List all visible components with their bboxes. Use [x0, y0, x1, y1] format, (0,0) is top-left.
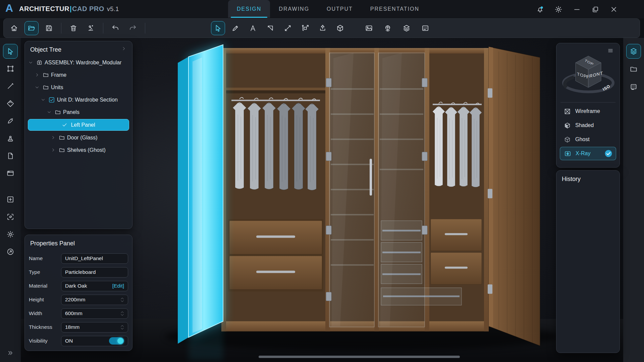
measure-tool-button[interactable]	[281, 21, 295, 35]
chevron-down-icon[interactable]	[47, 110, 52, 114]
draw-tool-button[interactable]	[228, 21, 243, 35]
chevron-right-icon[interactable]	[51, 135, 56, 140]
folder-icon	[58, 147, 65, 153]
stepper-arrows[interactable]	[120, 325, 124, 330]
folder-icon	[42, 84, 49, 90]
rail-file-button[interactable]	[3, 148, 18, 163]
solid-tool-button[interactable]	[333, 21, 347, 35]
panel-grid-icon	[421, 24, 429, 32]
right-tool-rail	[623, 38, 644, 362]
tree-item-door-glass[interactable]: Door (Glass)	[25, 131, 132, 144]
save-icon	[45, 24, 53, 32]
chevron-right-icon	[121, 46, 126, 51]
rail-focus-button[interactable]	[3, 209, 18, 224]
text-tool-button[interactable]	[246, 21, 260, 35]
pencil-icon	[231, 24, 239, 32]
folder-icon	[630, 65, 638, 73]
trash-icon	[69, 24, 77, 32]
extrude-tool-button[interactable]	[316, 21, 330, 35]
view-mode-ghost[interactable]: Ghost	[560, 133, 616, 146]
properties-panel: Properties Panel Name UnitD_LeftPanel Ty…	[24, 235, 132, 351]
rail-layers-button[interactable]	[626, 44, 641, 59]
view-mode-label: Shaded	[575, 122, 594, 128]
toolbar-view-group	[362, 21, 432, 35]
tree-item-label: Frame	[51, 72, 66, 78]
tree-item-left-panel-selected[interactable]: Left Panel	[28, 119, 129, 131]
rail-mannequin-button[interactable]	[3, 131, 18, 146]
tab-design[interactable]: DESIGN	[228, 0, 270, 18]
field-value: 18mm	[65, 324, 79, 330]
layers-tool-button[interactable]	[399, 21, 414, 35]
image-tool-button[interactable]	[362, 21, 376, 35]
close-button[interactable]	[609, 5, 619, 14]
open-project-button[interactable]	[24, 21, 39, 35]
stepper-arrows[interactable]	[120, 297, 124, 302]
visibility-toggle[interactable]	[109, 337, 124, 345]
panel-menu-button[interactable]	[605, 47, 615, 55]
rail-ruler-button[interactable]	[3, 96, 18, 111]
panel-grid-button[interactable]	[418, 21, 432, 35]
rail-line-button[interactable]	[3, 79, 18, 94]
survey-tool-button[interactable]	[84, 21, 98, 35]
undo-button[interactable]	[108, 21, 122, 35]
rail-window-button[interactable]	[3, 166, 18, 181]
rail-select-button[interactable]	[3, 44, 18, 59]
save-button[interactable]	[42, 21, 56, 35]
settings-button[interactable]	[554, 5, 563, 14]
tree-item-units[interactable]: Units	[25, 81, 132, 94]
selected-check-icon	[604, 149, 612, 158]
rail-marquee-button[interactable]	[3, 61, 18, 76]
name-field[interactable]: UnitD_LeftPanel	[61, 253, 128, 264]
collapse-panel-button[interactable]	[119, 46, 128, 52]
material-field[interactable]: Dark Oak [Edit]	[61, 281, 128, 291]
layers-icon	[402, 24, 411, 32]
transform-tool-button[interactable]	[298, 21, 312, 35]
width-stepper[interactable]: 600mm	[61, 308, 128, 319]
chevron-right-icon[interactable]	[51, 148, 56, 152]
property-label: Type	[29, 269, 61, 275]
marquee-icon	[6, 65, 14, 73]
horizontal-scrollbar[interactable]	[259, 356, 460, 358]
tab-drawing[interactable]: DRAWING	[270, 0, 318, 18]
chevron-down-icon[interactable]	[28, 60, 33, 65]
height-stepper[interactable]: 2200mm	[61, 295, 128, 305]
rail-add-button[interactable]	[3, 192, 18, 207]
history-title: History	[556, 171, 620, 186]
chevron-down-icon[interactable]	[35, 85, 40, 89]
edit-material-button[interactable]: [Edit]	[112, 283, 124, 289]
chevron-right-icon[interactable]	[35, 73, 40, 77]
redo-button[interactable]	[126, 21, 140, 35]
home-button[interactable]	[7, 21, 21, 35]
notifications-button[interactable]	[535, 5, 545, 14]
tree-item-shelves-ghost[interactable]: Shelves (Ghost)	[25, 144, 132, 156]
select-tool-button[interactable]	[211, 21, 225, 35]
rail-grid-button[interactable]	[626, 79, 641, 94]
tree-item-unit-d[interactable]: Unit D: Wardrobe Section	[25, 94, 132, 106]
view-mode-wireframe[interactable]: Wireframe	[560, 105, 616, 118]
delete-button[interactable]	[66, 21, 80, 35]
minimize-button[interactable]	[572, 5, 582, 14]
checkbox-checked-icon[interactable]	[48, 97, 55, 103]
tree-item-assembly[interactable]: ASSEMBLY: Wardrobe_Modular	[25, 56, 132, 69]
selected-left-panel-highlight[interactable]	[178, 45, 223, 361]
view-mode-xray[interactable]: X-Ray	[560, 147, 616, 160]
expand-rail-button[interactable]	[5, 349, 16, 358]
rail-export-button[interactable]	[3, 244, 18, 259]
folder-icon	[54, 109, 61, 115]
stepper-arrows[interactable]	[120, 311, 124, 316]
chevron-down-icon[interactable]	[41, 98, 46, 102]
tree-item-frame[interactable]: Frame	[25, 69, 132, 81]
thickness-stepper[interactable]: 18mm	[61, 322, 128, 333]
rail-folder-button[interactable]	[626, 62, 641, 76]
rail-settings-button[interactable]	[3, 227, 18, 242]
maximize-button[interactable]	[591, 5, 600, 14]
app-version: v5.1	[107, 6, 119, 12]
tab-output[interactable]: OUTPUT	[318, 0, 362, 18]
plane-tool-button[interactable]	[263, 21, 277, 35]
rail-brush-button[interactable]	[3, 114, 18, 128]
globe-tool-button[interactable]	[381, 21, 395, 35]
tree-item-panels[interactable]: Panels	[25, 106, 132, 118]
tab-presentation[interactable]: PRESENTATION	[362, 0, 428, 18]
type-field[interactable]: Particleboard	[61, 267, 128, 278]
view-mode-shaded[interactable]: Shaded	[560, 119, 616, 132]
